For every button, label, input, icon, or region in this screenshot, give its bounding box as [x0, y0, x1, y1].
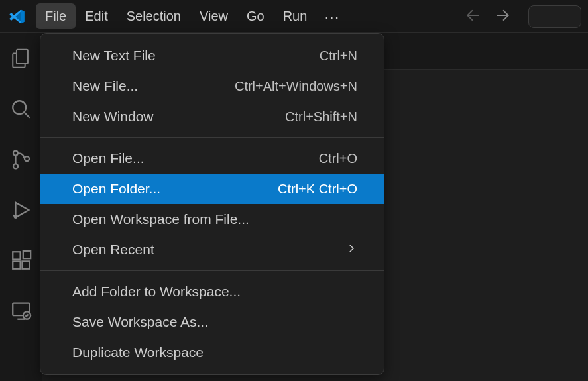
- menu-bar: File Edit Selection View Go Run ···: [36, 2, 347, 31]
- activity-bar: [0, 33, 42, 381]
- nav-arrows: [465, 7, 511, 27]
- menuitem-open-file[interactable]: Open File... Ctrl+O: [40, 143, 384, 174]
- remote-explorer-icon[interactable]: [10, 299, 32, 325]
- menu-view[interactable]: View: [190, 3, 237, 29]
- svg-rect-8: [22, 261, 29, 268]
- svg-rect-7: [13, 261, 20, 268]
- menuitem-save-workspace-as[interactable]: Save Workspace As...: [40, 307, 384, 337]
- menu-overflow-icon[interactable]: ···: [316, 2, 347, 31]
- svg-rect-0: [16, 50, 27, 64]
- explorer-icon[interactable]: [10, 48, 32, 73]
- svg-rect-6: [13, 252, 20, 259]
- menuitem-new-text-file[interactable]: New Text File Ctrl+N: [40, 40, 384, 71]
- vscode-logo-icon: [7, 7, 27, 27]
- menu-separator: [40, 137, 384, 138]
- menuitem-duplicate-workspace[interactable]: Duplicate Workspace: [40, 337, 384, 368]
- svg-point-2: [13, 151, 17, 156]
- extensions-icon[interactable]: [10, 249, 32, 274]
- menu-selection[interactable]: Selection: [117, 3, 190, 29]
- menuitem-open-workspace-from-file[interactable]: Open Workspace from File...: [40, 204, 384, 235]
- menuitem-new-file[interactable]: New File... Ctrl+Alt+Windows+N: [40, 71, 384, 101]
- file-menu-dropdown: New Text File Ctrl+N New File... Ctrl+Al…: [40, 33, 384, 375]
- svg-point-1: [13, 101, 26, 114]
- menu-run[interactable]: Run: [274, 3, 317, 29]
- menuitem-new-window[interactable]: New Window Ctrl+Shift+N: [40, 101, 384, 132]
- menu-file[interactable]: File: [36, 3, 76, 29]
- nav-forward-icon[interactable]: [494, 7, 511, 27]
- search-icon[interactable]: [10, 98, 32, 123]
- menuitem-open-recent[interactable]: Open Recent: [40, 235, 384, 265]
- nav-back-icon[interactable]: [465, 7, 482, 27]
- command-center-search[interactable]: [528, 5, 581, 28]
- menu-separator: [40, 270, 384, 271]
- svg-point-4: [24, 156, 29, 161]
- menuitem-add-folder-to-workspace[interactable]: Add Folder to Workspace...: [40, 276, 384, 307]
- source-control-icon[interactable]: [10, 148, 32, 174]
- menuitem-open-folder[interactable]: Open Folder... Ctrl+K Ctrl+O: [40, 174, 384, 204]
- chevron-right-icon: [345, 242, 357, 258]
- svg-rect-9: [23, 251, 30, 258]
- titlebar: File Edit Selection View Go Run ···: [0, 0, 588, 33]
- menu-go[interactable]: Go: [237, 3, 274, 29]
- menu-edit[interactable]: Edit: [76, 3, 117, 29]
- run-debug-icon[interactable]: [10, 199, 32, 224]
- svg-point-3: [13, 164, 17, 168]
